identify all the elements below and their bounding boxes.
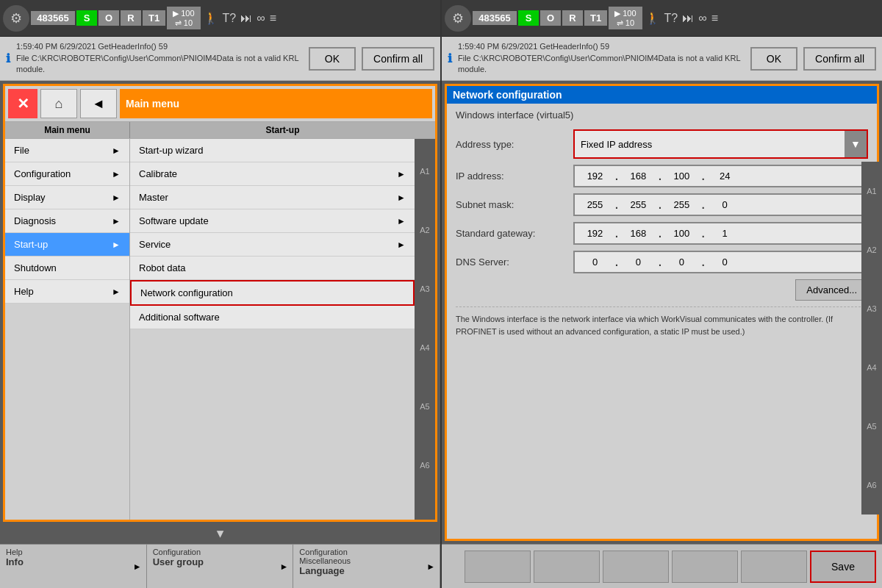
ip-octet-4[interactable] (705, 166, 745, 186)
gateway-row: Standard gateway: . . . (456, 222, 868, 245)
gateway-octet-2[interactable] (618, 223, 659, 243)
right-label-a4: A4 (861, 338, 882, 397)
menu-item-shutdown[interactable]: Shutdown (5, 257, 129, 280)
left-notif-text: 1:59:40 PM 6/29/2021 GetHeaderInfo() 59 … (16, 41, 303, 75)
right-btn-r[interactable]: R (562, 10, 583, 26)
scroll-down-icon: ► (214, 528, 227, 540)
right-info-icon: ℹ (448, 51, 452, 65)
menu-item-robot-data[interactable]: Robot data (130, 257, 415, 280)
right-notif-bar: ℹ 1:59:40 PM 6/29/2021 GetHeaderInfo() 5… (442, 37, 882, 81)
save-placeholder-1 (465, 551, 531, 583)
dns-octet-1[interactable] (575, 252, 615, 272)
advanced-button[interactable]: Advanced... (795, 279, 868, 301)
left-robot-icon: ⚙ (3, 5, 29, 32)
ip-address-field: . . . (573, 165, 868, 187)
subnet-octet-2[interactable] (618, 195, 659, 215)
bottom-language[interactable]: Configuration Miscellaneous Language ► (293, 545, 440, 588)
left-label-a3: A3 (415, 259, 435, 318)
right-t-icon: T? (663, 10, 680, 26)
ip-octet-3[interactable] (662, 166, 702, 186)
left-bottom-bar: Help Info ► Configuration User group ► C… (0, 544, 440, 588)
dns-octet-4[interactable] (705, 252, 745, 272)
right-btn-s[interactable]: S (518, 10, 539, 26)
menu-item-configuration[interactable]: Configuration ► (5, 162, 129, 186)
subnet-octet-4[interactable] (705, 195, 745, 215)
address-type-field: Fixed IP address ▼ (573, 129, 868, 159)
ip-octet-1[interactable] (575, 166, 615, 186)
bottom-usergroup-arrow: ► (279, 562, 288, 572)
left-btn-s[interactable]: S (76, 10, 97, 26)
left-btn-run[interactable]: ▶ 100 ⇌ 10 (167, 7, 200, 29)
left-btn-t1[interactable]: T1 (143, 10, 165, 26)
address-type-arrow[interactable]: ▼ (845, 131, 867, 157)
gateway-input-group: . . . (573, 222, 868, 245)
right-btn-confirm-all[interactable]: Confirm all (803, 47, 876, 71)
menu-item-service[interactable]: Service ► (130, 233, 415, 257)
right-walk-icon: 🚶 (644, 10, 662, 26)
ip-address-row: IP address: . . . (456, 165, 868, 187)
right-label-a1: A1 (861, 162, 882, 220)
menu-item-calibrate[interactable]: Calibrate ► (130, 162, 415, 186)
menu-item-master[interactable]: Master ► (130, 186, 415, 209)
left-side-labels: A1 A2 A3 A4 A5 A6 (415, 139, 435, 520)
ip-octet-2[interactable] (618, 166, 659, 186)
gateway-octet-1[interactable] (575, 223, 615, 243)
left-label-a6: A6 (415, 436, 435, 495)
left-btn-confirm-all[interactable]: Confirm all (362, 47, 434, 71)
menu-item-software-update[interactable]: Software update ► (130, 209, 415, 233)
gateway-octet-4[interactable] (705, 223, 745, 243)
menu-item-display[interactable]: Display ► (5, 186, 129, 209)
right-btn-ok[interactable]: OK (750, 47, 797, 71)
menu-item-file[interactable]: File ► (5, 139, 129, 162)
subnet-octet-3[interactable] (662, 195, 702, 215)
dns-octet-2[interactable] (618, 252, 659, 272)
dns-octet-3[interactable] (662, 252, 702, 272)
menu-item-startup-wizard[interactable]: Start-up wizard (130, 139, 415, 162)
menu-item-diagnosis[interactable]: Diagnosis ► (5, 209, 129, 233)
service-arrow: ► (397, 240, 406, 250)
bottom-usergroup-label: Configuration (153, 548, 287, 556)
diagnosis-arrow: ► (112, 216, 121, 226)
bottom-usergroup[interactable]: Configuration User group ► (147, 545, 294, 588)
right-label-a6: A6 (861, 456, 882, 514)
right-notif-time: 1:59:40 PM 6/29/2021 GetHeaderInfo() 59 (458, 41, 745, 52)
left-back-button[interactable]: ◄ (80, 89, 117, 118)
file-arrow: ► (112, 146, 121, 156)
bottom-help[interactable]: Help Info ► (0, 545, 147, 588)
ip-input-group: . . . (573, 165, 868, 187)
net-config-title: Network configuration (447, 86, 877, 104)
right-btn-o[interactable]: O (540, 10, 561, 26)
net-config-body: Windows interface (virtual5) Address typ… (447, 104, 877, 539)
menu-item-additional-software[interactable]: Additional software (130, 306, 415, 329)
save-button[interactable]: Save (810, 551, 876, 583)
left-btn-ok[interactable]: OK (309, 47, 356, 71)
bottom-lang-label2: Miscellaneous (299, 556, 434, 565)
col2-header: Start-up (130, 122, 435, 138)
gateway-field: . . . (573, 222, 868, 245)
right-btn-t1[interactable]: T1 (584, 10, 607, 26)
left-label-a5: A5 (415, 377, 435, 436)
right-topbar: ⚙ 483565 S O R T1 ▶ 100 ⇌ 10 🚶 T? ⏭ ∞ ≡ (442, 0, 882, 37)
left-menu-icon: ≡ (268, 10, 278, 26)
menu-col-left: File ► Configuration ► Display ► Diagnos… (5, 139, 130, 520)
net-info-text: The Windows interface is the network int… (456, 306, 868, 343)
menu-col-right: Start-up wizard Calibrate ► Master ► Sof… (130, 139, 415, 520)
left-close-button[interactable]: ✕ (8, 89, 37, 118)
menu-item-help[interactable]: Help ► (5, 280, 129, 304)
bottom-lang-label1: Configuration (299, 548, 434, 556)
left-btn-o[interactable]: O (98, 10, 119, 26)
left-notif-bar: ℹ 1:59:40 PM 6/29/2021 GetHeaderInfo() 5… (0, 37, 440, 81)
save-placeholder-5 (741, 551, 807, 583)
left-btn-r[interactable]: R (121, 10, 141, 26)
gateway-octet-3[interactable] (662, 223, 702, 243)
left-label-a1: A1 (415, 142, 435, 201)
right-btn-run[interactable]: ▶ 100 ⇌ 10 (609, 7, 642, 29)
left-menu-outer: ✕ ⌂ ◄ Main menu Main menu Start-up File … (3, 84, 437, 522)
left-topbar: ⚙ 483565 S O R T1 ▶ 100 ⇌ 10 🚶 T? ⏭ ∞ ≡ (0, 0, 440, 37)
menu-item-startup[interactable]: Start-up ► (5, 233, 129, 257)
subnet-octet-1[interactable] (575, 195, 615, 215)
left-home-button[interactable]: ⌂ (40, 89, 77, 118)
address-type-dropdown[interactable]: Fixed IP address ▼ (573, 129, 868, 159)
menu-item-network-config[interactable]: Network configuration (130, 280, 415, 306)
save-placeholder-3 (603, 551, 669, 583)
